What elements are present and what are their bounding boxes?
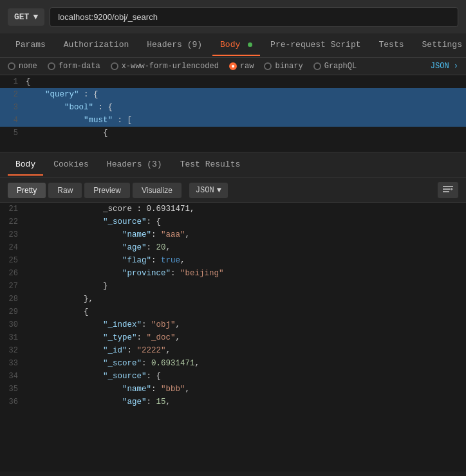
method-label: GET [14,12,29,22]
request-nav-tabs: Params Authorization Headers (9) Body Pr… [0,33,466,58]
resp-line-33: 33 "_score": 0.6931471, [0,357,466,370]
format-bar: none form-data x-www-form-urlencoded raw… [0,58,466,75]
resp-line-35: 35 "name": "bbb", [0,383,466,396]
tab-params[interactable]: Params [8,35,53,56]
response-code-area: 21 _score : 0.6931471, 22 "_source": { 2… [0,203,466,471]
dropdown-chevron: ▼ [33,12,38,22]
format-binary[interactable]: binary [264,62,303,71]
resp-line-29: 29 { [0,306,466,318]
format-graphql[interactable]: GraphQL [313,62,357,71]
radio-raw [229,62,237,70]
view-preview-button[interactable]: Preview [84,183,130,198]
tab-body[interactable]: Body [212,35,260,56]
json-type-label[interactable]: JSON › [431,62,458,71]
view-pretty-button[interactable]: Pretty [8,183,46,198]
req-line-5: 5 { [0,127,466,140]
tab-headers[interactable]: Headers (9) [139,35,210,56]
radio-graphql [313,62,321,70]
tab-pre-request[interactable]: Pre-request Script [263,35,368,56]
tab-tests[interactable]: Tests [371,35,412,56]
resp-line-26: 26 "province": "beijing" [0,267,466,280]
tab-settings[interactable]: Settings [415,35,466,56]
format-urlencoded[interactable]: x-www-form-urlencoded [111,62,219,71]
req-line-1: 1 { [0,75,466,88]
method-dropdown[interactable]: GET ▼ [8,8,44,26]
resp-line-36: 36 "age": 15, [0,396,466,408]
json-format-dropdown[interactable]: JSON ▼ [189,183,228,198]
wrap-icon [443,185,453,193]
radio-binary [264,62,272,70]
req-line-4: 4 "must" : [ [0,114,466,127]
format-raw[interactable]: raw [229,62,254,71]
svg-rect-2 [443,191,449,192]
resp-line-32: 32 "_id": "2222", [0,344,466,357]
format-form-data[interactable]: form-data [48,62,100,71]
req-line-3: 3 "bool" : { [0,101,466,114]
format-none[interactable]: none [8,62,37,71]
resp-line-34: 34 "_source": { [0,370,466,383]
url-input[interactable] [50,7,458,27]
resp-tab-cookies[interactable]: Cookies [46,154,97,176]
radio-urlencoded [111,62,118,70]
view-visualize-button[interactable]: Visualize [133,183,182,198]
wrap-lines-button[interactable] [438,182,458,198]
response-tabs: Body Cookies Headers (3) Test Results [0,152,466,178]
resp-line-28: 28 }, [0,293,466,306]
response-toolbar: Pretty Raw Preview Visualize JSON ▼ [0,178,466,203]
top-bar: GET ▼ [0,0,466,33]
tab-authorization[interactable]: Authorization [56,35,136,56]
resp-line-25: 25 "flag": true, [0,254,466,267]
resp-line-23: 23 "name": "aaa", [0,228,466,241]
resp-line-30: 30 "_index": "obj", [0,318,466,331]
svg-rect-0 [443,186,453,187]
svg-marker-3 [451,188,453,190]
resp-line-22: 22 "_source": { [0,215,466,228]
resp-line-21: 21 _score : 0.6931471, [0,203,466,215]
view-raw-button[interactable]: Raw [48,183,82,198]
radio-form-data [48,62,55,70]
resp-tab-test-results[interactable]: Test Results [172,154,248,176]
req-line-2: 2 "query" : { [0,88,466,101]
dropdown-arrow: ▼ [217,186,221,195]
resp-line-24: 24 "age": 20, [0,241,466,254]
request-code-area: 1 { 2 "query" : { 3 "bool" : { 4 "must" … [0,75,466,152]
resp-line-27: 27 } [0,280,466,293]
resp-line-31: 31 "_type": "_doc", [0,331,466,344]
resp-tab-headers[interactable]: Headers (3) [99,154,170,176]
svg-rect-1 [443,188,451,190]
resp-tab-body[interactable]: Body [8,154,43,176]
radio-none [8,62,15,70]
